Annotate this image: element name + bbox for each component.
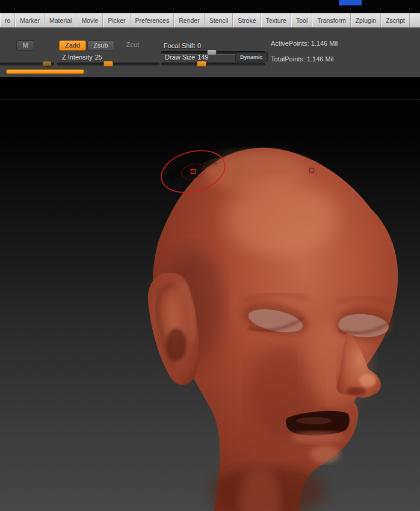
total-points-readout: TotalPoints: 1.146 Mil: [271, 55, 334, 63]
zcut-button[interactable]: Zcut: [119, 40, 146, 51]
menu-item-stroke[interactable]: Stroke: [233, 13, 261, 27]
draw-size-handle[interactable]: [197, 61, 206, 67]
focal-shift-label: Focal Shift0: [164, 42, 201, 49]
focal-shift-value: 0: [197, 42, 201, 49]
left-partial-slider[interactable]: [0, 63, 54, 66]
menu-item-material[interactable]: Material: [45, 13, 76, 27]
z-intensity-value: 25: [95, 54, 102, 61]
draw-size-label-text: Draw Size: [165, 54, 195, 61]
sculpt-head-svg: [0, 77, 420, 511]
menu-item-picker[interactable]: Picker: [103, 13, 130, 27]
z-intensity-label: Z Intensity25: [62, 54, 102, 61]
zbrush-window: ro Marker Material Movie Picker Preferen…: [0, 0, 420, 511]
orange-progress-bar[interactable]: [6, 69, 84, 74]
zadd-button[interactable]: Zadd: [59, 40, 86, 51]
z-intensity-handle[interactable]: [103, 61, 113, 67]
sculpted-head: [148, 147, 398, 511]
sculpting-canvas[interactable]: [0, 77, 420, 511]
zsub-button[interactable]: Zsub: [87, 40, 114, 51]
menu-item-marker[interactable]: Marker: [15, 13, 45, 27]
eye-left-closed: [335, 307, 392, 341]
menu-item-render[interactable]: Render: [174, 13, 204, 27]
draw-size-value: 149: [197, 54, 208, 61]
menu-item-stencil[interactable]: Stencil: [205, 13, 233, 27]
dynamic-mode-button[interactable]: Dynamic: [235, 52, 268, 62]
left-partial-slider-handle[interactable]: [42, 61, 52, 67]
menu-item-zplugin[interactable]: Zplugin: [351, 13, 381, 27]
menu-item-texture[interactable]: Texture: [261, 13, 291, 27]
focal-shift-label-text: Focal Shift: [164, 42, 195, 49]
menu-item-tool[interactable]: Tool: [291, 13, 312, 27]
draw-size-label: Draw Size149: [165, 54, 208, 61]
menu-item-preferences[interactable]: Preferences: [131, 13, 174, 27]
active-points-readout: ActivePoints: 1.146 Mil: [271, 40, 338, 47]
top-shelf-toolbar: M Zadd Zsub Zcut Focal Shift0 Z Intensit…: [0, 28, 420, 77]
brush-center-marker: [191, 170, 196, 174]
main-menu-bar: ro Marker Material Movie Picker Preferen…: [0, 13, 420, 28]
top-title-bar: [0, 0, 420, 13]
forehead-highlight: [224, 181, 339, 256]
menu-item-movie[interactable]: Movie: [76, 13, 103, 27]
menu-item-zscript[interactable]: Zscript: [381, 13, 410, 27]
m-mode-button[interactable]: M: [16, 40, 34, 51]
z-intensity-slider[interactable]: [57, 63, 159, 66]
draw-size-slider[interactable]: [161, 63, 265, 66]
topbar-blue-element[interactable]: [339, 0, 362, 5]
menu-item-macro-partial[interactable]: ro: [0, 13, 15, 27]
z-intensity-label-text: Z Intensity: [62, 54, 93, 61]
skull-top-highlight: [205, 152, 307, 193]
menu-item-transform[interactable]: Transform: [312, 13, 350, 27]
